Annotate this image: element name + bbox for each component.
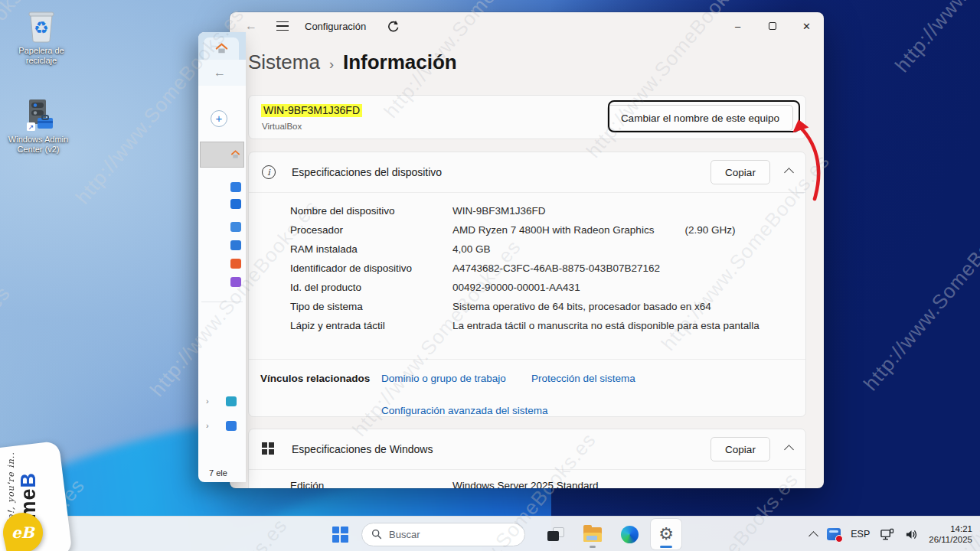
hamburger-menu-icon[interactable] bbox=[271, 21, 294, 31]
spec-value: 4,00 GB bbox=[452, 243, 491, 255]
spec-label: Tipo de sistema bbox=[290, 301, 452, 312]
close-button[interactable]: ✕ bbox=[789, 12, 824, 40]
clock-time: 14:21 bbox=[929, 523, 972, 534]
explorer-address-bar[interactable] bbox=[200, 142, 244, 168]
chevron-up-icon[interactable] bbox=[784, 168, 794, 178]
copy-windows-specs-button[interactable]: Copiar bbox=[710, 437, 770, 461]
chevron-up-icon[interactable] bbox=[784, 445, 794, 455]
nav-item-this-pc[interactable]: › bbox=[206, 396, 241, 407]
gear-icon: ⚙ bbox=[658, 526, 674, 543]
folder-icon bbox=[583, 527, 602, 542]
running-indicator bbox=[590, 546, 596, 548]
breadcrumb-parent[interactable]: Sistema bbox=[248, 51, 320, 74]
desktop-icon-admin-center[interactable]: ↗ Windows Admin Center (v2) bbox=[2, 98, 75, 155]
divider bbox=[249, 359, 805, 360]
tray-status-icon[interactable] bbox=[827, 528, 841, 540]
spec-label: Id. del producto bbox=[290, 282, 452, 293]
windows-specs-header[interactable]: Especificaciones de Windows Copiar bbox=[249, 429, 805, 469]
spec-value: A4743682-C3FC-46AB-8875-043B07B27162 bbox=[452, 262, 660, 274]
search-placeholder: Buscar bbox=[389, 529, 420, 540]
nav-item-music-icon[interactable] bbox=[230, 259, 241, 269]
taskbar-center-icons: Buscar ⚙ bbox=[325, 517, 681, 551]
explorer-home-tab[interactable] bbox=[204, 37, 239, 60]
edge-icon bbox=[621, 526, 639, 543]
spec-row: Lápiz y entrada táctil La entrada táctil… bbox=[290, 316, 795, 335]
breadcrumb-separator-icon: › bbox=[329, 57, 334, 73]
admin-center-icon: ↗ bbox=[22, 98, 54, 132]
link-advanced-system-settings[interactable]: Configuración avanzada del sistema bbox=[381, 405, 548, 416]
nav-item-desktop-icon[interactable] bbox=[230, 182, 241, 192]
page-title: Información bbox=[343, 51, 457, 74]
info-icon: i bbox=[262, 165, 276, 179]
nav-item-downloads-icon[interactable] bbox=[230, 199, 241, 209]
spec-label: Edición bbox=[290, 480, 452, 488]
back-arrow-icon[interactable]: ← bbox=[240, 19, 262, 33]
divider bbox=[249, 192, 805, 193]
windows-specs-card: Especificaciones de Windows Copiar Edici… bbox=[248, 429, 806, 488]
spec-label: Lápiz y entrada táctil bbox=[290, 320, 452, 331]
svg-text:♻: ♻ bbox=[34, 18, 49, 37]
nav-item-network[interactable]: › bbox=[206, 421, 241, 432]
spec-row: Tipo de sistema Sistema operativo de 64 … bbox=[290, 297, 795, 316]
spec-label: Procesador bbox=[290, 224, 452, 236]
nav-item-pictures-icon[interactable] bbox=[230, 240, 241, 250]
divider bbox=[201, 302, 243, 302]
hidden-icons-chevron[interactable] bbox=[808, 531, 818, 541]
device-name-highlight: WIN-9BF3M1J36FD bbox=[261, 104, 362, 117]
desktop-screen: http://www.SomeBooks.eshttp://www.SomeBo… bbox=[0, 0, 980, 551]
settings-window: ← Configuración – ✕ Sistema › Informació… bbox=[230, 12, 824, 488]
rename-pc-button[interactable]: Cambiar el nombre de este equipo bbox=[607, 105, 793, 131]
window-controls: – ✕ bbox=[720, 12, 824, 40]
windows-start-icon bbox=[332, 527, 348, 543]
system-tray: ESP 14:21 26/11/2025 bbox=[810, 517, 972, 551]
spec-label: Identificador de dispositivo bbox=[290, 262, 452, 274]
volume-icon[interactable] bbox=[904, 528, 919, 541]
recycle-bin-icon: ♻ bbox=[25, 9, 57, 43]
link-system-protection[interactable]: Protección del sistema bbox=[531, 373, 635, 384]
search-icon bbox=[371, 529, 382, 540]
busy-cursor-icon bbox=[386, 19, 400, 34]
spec-value: WIN-9BF3M1J36FD bbox=[452, 205, 546, 217]
home-icon bbox=[215, 43, 228, 54]
explorer-back-icon[interactable]: ← bbox=[214, 66, 226, 80]
device-name-card: WIN-9BF3M1J36FD VirtualBox Cambiar el no… bbox=[248, 95, 806, 139]
related-links-label: Vínculos relacionados bbox=[260, 373, 370, 384]
nav-item-videos-icon[interactable] bbox=[230, 277, 241, 287]
link-domain-workgroup[interactable]: Dominio o grupo de trabajo bbox=[381, 373, 506, 384]
taskbar-search[interactable]: Buscar bbox=[361, 523, 525, 546]
explorer-new-button[interactable]: + bbox=[211, 110, 227, 127]
start-button[interactable] bbox=[325, 519, 355, 549]
device-specs-header[interactable]: i Especificaciones del dispositivo Copia… bbox=[249, 152, 805, 192]
clock-date: 26/11/2025 bbox=[929, 534, 972, 545]
spec-row: RAM instalada 4,00 GB bbox=[290, 240, 795, 259]
divider bbox=[249, 469, 805, 470]
desktop-icon-label: Windows Admin Center (v2) bbox=[2, 135, 75, 155]
nav-item-documents-icon[interactable] bbox=[230, 222, 241, 232]
file-explorer-window: ← + › › 7 ele bbox=[198, 32, 246, 482]
home-icon bbox=[230, 150, 240, 159]
spec-row: Nombre del dispositivo WIN-9BF3M1J36FD bbox=[290, 201, 795, 220]
edge-button[interactable] bbox=[614, 519, 645, 549]
windows-specs-title: Especificaciones de Windows bbox=[292, 443, 433, 455]
language-indicator[interactable]: ESP bbox=[851, 529, 870, 540]
explorer-toolbar: ← bbox=[198, 60, 246, 86]
minimize-button[interactable]: – bbox=[720, 12, 755, 40]
spec-value: 00492-90000-00001-AA431 bbox=[452, 282, 580, 293]
maximize-button[interactable] bbox=[755, 12, 789, 40]
explorer-tab-bar bbox=[198, 32, 246, 60]
svg-text:↗: ↗ bbox=[28, 123, 34, 131]
windows-logo-icon bbox=[262, 442, 274, 455]
spec-value-extra: (2.90 GHz) bbox=[684, 224, 735, 236]
network-icon[interactable] bbox=[880, 528, 894, 541]
spec-row: Procesador AMD Ryzen 7 4800H with Radeon… bbox=[290, 220, 795, 240]
active-indicator bbox=[660, 546, 672, 548]
file-explorer-button[interactable] bbox=[577, 519, 608, 549]
spec-label: Nombre del dispositivo bbox=[290, 205, 452, 217]
desktop-icon-recycle-bin[interactable]: ♻ Papelera de reciclaje bbox=[5, 9, 78, 66]
copy-device-specs-button[interactable]: Copiar bbox=[710, 160, 770, 184]
task-view-button[interactable] bbox=[541, 519, 571, 549]
taskbar-clock[interactable]: 14:21 26/11/2025 bbox=[929, 523, 972, 545]
spec-value: Sistema operativo de 64 bits, procesador… bbox=[452, 301, 711, 312]
device-manufacturer: VirtualBox bbox=[262, 122, 302, 131]
settings-taskbar-button[interactable]: ⚙ bbox=[651, 519, 681, 549]
